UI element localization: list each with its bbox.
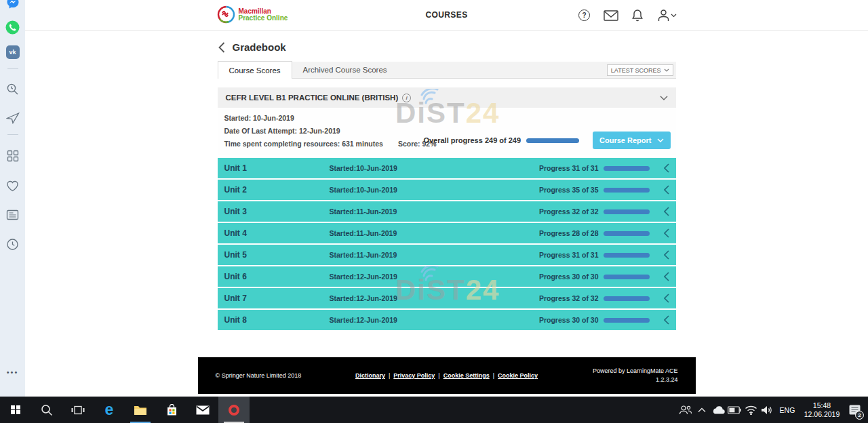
tab-archived-course-scores[interactable]: Archived Course Scores bbox=[292, 61, 398, 78]
page-title: Gradebook bbox=[233, 41, 286, 53]
unit-row[interactable]: Unit 4 Started:11-Jun-2019 Progress 28 o… bbox=[218, 223, 676, 243]
messenger-icon[interactable] bbox=[5, 0, 20, 10]
nav-courses[interactable]: COURSES bbox=[425, 10, 467, 20]
task-view-icon[interactable] bbox=[62, 397, 94, 423]
unit-progress: Progress 31 of 31 bbox=[539, 164, 599, 172]
people-icon[interactable] bbox=[677, 397, 694, 423]
tray-expand-icon[interactable] bbox=[694, 397, 710, 423]
unit-started: Started:12-Jun-2019 bbox=[330, 316, 397, 324]
edge-icon[interactable]: e bbox=[94, 397, 125, 423]
expand-chevron-icon[interactable] bbox=[664, 250, 669, 260]
unit-progress-bar bbox=[604, 166, 650, 171]
bookmarks-heart-icon[interactable] bbox=[5, 178, 20, 193]
unit-row[interactable]: Unit 2 Started:10-Jun-2019 Progress 35 o… bbox=[218, 180, 676, 200]
course-started: Started: 10-Jun-2019 bbox=[224, 114, 669, 122]
unit-row[interactable]: Unit 5 Started:11-Jun-2019 Progress 31 o… bbox=[218, 245, 676, 265]
unit-started: Started:11-Jun-2019 bbox=[330, 229, 397, 237]
expand-chevron-icon[interactable] bbox=[664, 163, 669, 173]
macmillan-logo-icon bbox=[217, 5, 235, 24]
unit-progress-bar bbox=[604, 318, 650, 323]
mail-icon[interactable] bbox=[604, 8, 618, 23]
mail-app-icon[interactable] bbox=[187, 397, 218, 423]
browser-viewport: DiST24 DiST24 Macmillan Practice Online bbox=[25, 0, 868, 397]
expand-chevron-icon[interactable] bbox=[664, 294, 669, 303]
unit-progress-bar bbox=[604, 209, 650, 214]
start-button[interactable] bbox=[0, 397, 31, 423]
unit-row[interactable]: Unit 1 Started:10-Jun-2019 Progress 31 o… bbox=[218, 158, 676, 178]
unit-progress-bar bbox=[604, 253, 650, 258]
course-panel: CEFR LEVEL B1 PRACTICE ONLINE (BRITISH) … bbox=[218, 87, 676, 155]
link-cookie-settings[interactable]: Cookie Settings bbox=[443, 372, 490, 379]
info-icon[interactable]: i bbox=[402, 94, 411, 102]
expand-chevron-icon[interactable] bbox=[664, 185, 669, 195]
link-cookie-policy[interactable]: Cookie Policy bbox=[498, 372, 538, 379]
history-clock-icon[interactable] bbox=[5, 237, 20, 251]
latest-scores-dropdown[interactable]: LATEST SCORES bbox=[607, 64, 673, 76]
account-icon[interactable] bbox=[656, 8, 678, 23]
macmillan-logo[interactable]: Macmillan Practice Online bbox=[217, 5, 288, 24]
expand-chevron-icon[interactable] bbox=[664, 272, 669, 281]
opera-ring-icon bbox=[229, 405, 239, 416]
notification-badge: 2 bbox=[855, 411, 864, 420]
file-explorer-icon[interactable] bbox=[125, 397, 156, 423]
wifi-icon[interactable] bbox=[743, 397, 759, 423]
vk-label: vk bbox=[6, 45, 20, 59]
course-report-button[interactable]: Course Report bbox=[593, 132, 670, 149]
speed-dial-icon[interactable] bbox=[5, 148, 20, 163]
unit-progress: Progress 35 of 35 bbox=[539, 186, 599, 194]
clock[interactable]: 15:48 12.06.2019 bbox=[800, 401, 844, 419]
notifications-icon[interactable] bbox=[630, 8, 645, 23]
vk-icon[interactable]: vk bbox=[5, 45, 20, 60]
store-icon[interactable] bbox=[156, 397, 187, 423]
unit-progress: Progress 32 of 32 bbox=[539, 207, 599, 216]
expand-chevron-icon[interactable] bbox=[664, 228, 669, 238]
expand-chevron-icon[interactable] bbox=[664, 207, 669, 216]
sidebar-more-icon[interactable]: ••• bbox=[5, 365, 20, 380]
back-button[interactable] bbox=[218, 42, 225, 53]
unit-progress-bar bbox=[604, 188, 650, 193]
edge-letter: e bbox=[105, 402, 114, 418]
link-privacy-policy[interactable]: Privacy Policy bbox=[393, 372, 435, 379]
overall-progress-bar bbox=[526, 138, 579, 143]
copyright: © Springer Nature Limited 2018 bbox=[216, 372, 302, 379]
course-panel-header[interactable]: CEFR LEVEL B1 PRACTICE ONLINE (BRITISH) … bbox=[218, 87, 676, 108]
unit-name: Unit 7 bbox=[218, 294, 330, 303]
unit-row[interactable]: Unit 8 Started:12-Jun-2019 Progress 30 o… bbox=[218, 310, 676, 330]
battery-icon[interactable] bbox=[726, 397, 743, 423]
volume-icon[interactable] bbox=[759, 397, 775, 423]
link-dictionary[interactable]: Dictionary bbox=[355, 372, 385, 379]
language-indicator[interactable]: ENG bbox=[775, 406, 800, 414]
onedrive-icon[interactable] bbox=[710, 397, 726, 423]
unit-name: Unit 4 bbox=[218, 228, 330, 238]
version: 1.2.3.24 bbox=[593, 376, 678, 384]
whatsapp-icon[interactable] bbox=[5, 20, 20, 35]
tab-course-scores[interactable]: Course Scores bbox=[218, 61, 292, 79]
search-history-icon[interactable] bbox=[5, 81, 20, 96]
taskbar-search-icon[interactable] bbox=[31, 397, 62, 423]
opera-icon[interactable] bbox=[218, 397, 250, 423]
powered-by: Powered by LearningMate ACE bbox=[593, 367, 678, 376]
unit-started: Started:11-Jun-2019 bbox=[330, 251, 397, 259]
unit-started: Started:10-Jun-2019 bbox=[330, 186, 397, 194]
collapse-chevron-icon[interactable] bbox=[660, 96, 668, 100]
gradebook-page: Gradebook Course Scores Archived Course … bbox=[198, 31, 696, 423]
my-flow-icon[interactable] bbox=[5, 110, 20, 125]
unit-row[interactable]: Unit 3 Started:11-Jun-2019 Progress 32 o… bbox=[218, 201, 676, 222]
unit-started: Started:10-Jun-2019 bbox=[330, 164, 397, 172]
unit-name: Unit 2 bbox=[218, 185, 330, 195]
expand-chevron-icon[interactable] bbox=[664, 315, 669, 325]
unit-progress: Progress 32 of 32 bbox=[539, 294, 599, 302]
time: 15:48 bbox=[800, 401, 844, 410]
tabs-bar: Course Scores Archived Course Scores LAT… bbox=[218, 62, 676, 79]
chevron-left-icon bbox=[218, 42, 225, 53]
sidebar-divider bbox=[7, 134, 18, 135]
action-center-icon[interactable]: 2 bbox=[844, 397, 865, 423]
more-dots: ••• bbox=[7, 368, 19, 376]
unit-name: Unit 6 bbox=[218, 272, 330, 281]
help-icon[interactable]: ? bbox=[577, 8, 592, 23]
unit-row[interactable]: Unit 7 Started:12-Jun-2019 Progress 32 o… bbox=[218, 288, 676, 308]
news-icon[interactable] bbox=[5, 207, 20, 222]
unit-started: Started:11-Jun-2019 bbox=[330, 207, 397, 216]
unit-row[interactable]: Unit 6 Started:12-Jun-2019 Progress 30 o… bbox=[218, 266, 676, 287]
unit-started: Started:12-Jun-2019 bbox=[330, 294, 397, 302]
